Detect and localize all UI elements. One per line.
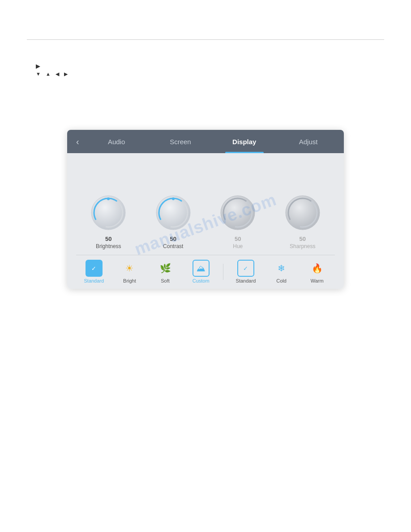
bright-label: Bright (123, 278, 136, 283)
warm-icon: 🔥 (308, 260, 325, 277)
nav-arrows-label: ▼ ▲ ◀ ▶ (36, 71, 69, 77)
svg-point-0 (91, 196, 125, 230)
svg-point-4 (156, 196, 190, 230)
hue-knob[interactable] (218, 193, 258, 233)
cold-icon: ❄ (273, 260, 290, 277)
preset-standard-picture[interactable]: ✓ Standard (81, 260, 107, 283)
contrast-label: Contrast (163, 243, 183, 249)
preset-custom[interactable]: ⛰ Custom (188, 260, 214, 283)
hue-label: Hue (233, 243, 243, 249)
cold-label: Cold (276, 278, 287, 283)
warm-label: Warm (311, 278, 324, 283)
sharpness-value: 50 (300, 236, 306, 242)
contrast-knob-item[interactable]: 50 Contrast (153, 193, 193, 249)
presets-row: ✓ Standard ☀ Bright 🌿 Soft ⛰ Custom (76, 255, 335, 283)
right-arrow-icon: ▶ (36, 63, 69, 69)
tab-display[interactable]: Display (212, 130, 276, 153)
tab-screen[interactable]: Screen (149, 130, 213, 153)
brightness-knob-item[interactable]: 50 Brightness (88, 193, 128, 249)
preset-standard-color[interactable]: ✓ Standard (232, 260, 259, 283)
back-button[interactable]: ‹ (71, 137, 85, 147)
preset-warm[interactable]: 🔥 Warm (304, 260, 330, 283)
bright-icon: ☀ (121, 260, 138, 277)
hue-value: 50 (235, 236, 241, 242)
display-settings-panel: ‹ Audio Screen Display Adjust (67, 130, 344, 289)
instruction-arrows: ▶ ▼ ▲ ◀ ▶ (36, 63, 69, 77)
soft-icon: 🌿 (157, 260, 174, 277)
preset-soft[interactable]: 🌿 Soft (152, 260, 179, 283)
sharpness-knob[interactable] (283, 193, 323, 233)
hue-knob-item[interactable]: 50 Hue (218, 193, 258, 249)
soft-label: Soft (161, 278, 170, 283)
svg-point-11 (286, 196, 320, 230)
preset-bright[interactable]: ☀ Bright (116, 260, 143, 283)
top-divider (27, 39, 384, 40)
svg-point-8 (221, 196, 255, 230)
svg-point-7 (172, 197, 175, 200)
contrast-value: 50 (170, 236, 176, 242)
brightness-value: 50 (105, 236, 111, 242)
knobs-row: 50 Brightness (76, 161, 335, 253)
custom-icon: ⛰ (193, 260, 210, 277)
presets-divider (223, 264, 223, 280)
svg-point-3 (107, 197, 110, 200)
standard-color-label: Standard (236, 278, 256, 283)
standard-picture-icon: ✓ (86, 260, 103, 277)
preset-cold[interactable]: ❄ Cold (268, 260, 295, 283)
tab-audio[interactable]: Audio (85, 130, 149, 153)
sharpness-label: Sharpness (290, 243, 315, 249)
brightness-knob[interactable] (88, 193, 128, 233)
brightness-label: Brightness (96, 243, 121, 249)
sharpness-knob-item[interactable]: 50 Sharpness (283, 193, 323, 249)
contrast-knob[interactable] (153, 193, 193, 233)
standard-color-icon: ✓ (237, 260, 254, 277)
tabs-header: ‹ Audio Screen Display Adjust (67, 130, 344, 153)
standard-picture-label: Standard (84, 278, 104, 283)
tab-adjust[interactable]: Adjust (276, 130, 340, 153)
custom-label: Custom (193, 278, 210, 283)
display-panel-body: 50 Brightness (67, 153, 344, 289)
